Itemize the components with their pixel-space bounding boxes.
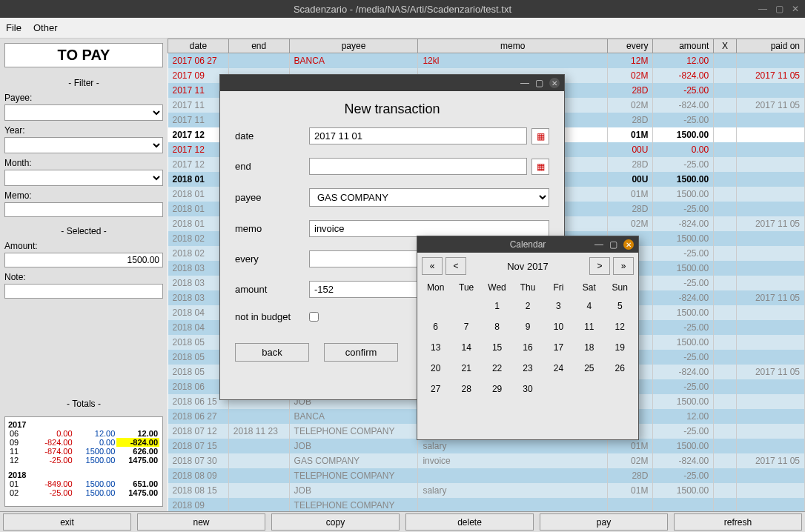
- new-button[interactable]: new: [137, 513, 265, 531]
- dialog-close-icon[interactable]: ✕: [549, 78, 560, 88]
- calendar-day[interactable]: 18: [574, 337, 604, 358]
- calendar-titlebar[interactable]: Calendar — ▢ ✕: [417, 236, 638, 253]
- calendar-day[interactable]: 5: [605, 296, 635, 316]
- calendar-dow: Thu: [512, 279, 543, 296]
- calendar-day[interactable]: 21: [451, 358, 481, 379]
- note-label: Note:: [4, 272, 163, 282]
- calendar-minimize-icon[interactable]: —: [594, 239, 603, 250]
- nt-end-label: end: [235, 161, 309, 172]
- calendar-day[interactable]: 3: [543, 296, 574, 316]
- calendar-day[interactable]: 24: [543, 358, 574, 379]
- dialog-maximize-icon[interactable]: ▢: [535, 78, 543, 88]
- calendar-dow: Sat: [574, 279, 604, 296]
- calendar-next-month-button[interactable]: >: [589, 257, 610, 275]
- dialog-minimize-icon[interactable]: —: [520, 78, 529, 88]
- header-every[interactable]: every: [608, 39, 653, 53]
- calendar-day[interactable]: 9: [512, 316, 543, 337]
- calendar-day[interactable]: 6: [420, 316, 451, 337]
- table-row[interactable]: 2018 07 30GAS COMPANYinvoice02M-824.0020…: [168, 453, 805, 468]
- calendar-day[interactable]: 19: [605, 337, 635, 358]
- calendar-grid: MonTueWedThuFriSatSun1234567891011121314…: [417, 279, 638, 399]
- dialog-title: New transaction: [220, 91, 564, 127]
- calendar-day[interactable]: 10: [543, 316, 574, 337]
- nt-date-input[interactable]: [309, 127, 527, 144]
- amount-label: Amount:: [4, 241, 163, 251]
- pay-button[interactable]: pay: [540, 513, 668, 531]
- calendar-icon[interactable]: ▦: [531, 128, 549, 144]
- table-row[interactable]: 2018 08 15JOBsalary01M1500.00: [168, 483, 805, 498]
- nt-every-label: every: [235, 253, 309, 265]
- calendar-day[interactable]: 25: [574, 358, 604, 379]
- menu-other[interactable]: Other: [33, 22, 58, 33]
- nt-memo-input[interactable]: [309, 220, 549, 237]
- confirm-button[interactable]: confirm: [324, 343, 398, 362]
- calendar-next-year-button[interactable]: »: [613, 257, 634, 275]
- note-input[interactable]: [4, 284, 163, 299]
- table-row[interactable]: 2017 06 27BANCA12kl12M12.00: [168, 53, 805, 68]
- delete-button[interactable]: delete: [405, 513, 534, 531]
- nt-end-input[interactable]: [309, 158, 527, 175]
- month-select[interactable]: [4, 170, 163, 186]
- calendar-day[interactable]: 28: [451, 379, 481, 399]
- calendar-day[interactable]: 2: [512, 296, 543, 316]
- year-select[interactable]: [4, 137, 163, 153]
- calendar-day[interactable]: 29: [482, 379, 512, 399]
- calendar-maximize-icon[interactable]: ▢: [609, 239, 617, 250]
- exit-button[interactable]: exit: [3, 513, 131, 531]
- calendar-day[interactable]: 7: [451, 316, 481, 337]
- table-row[interactable]: 2018 07 15JOBsalary01M1500.00: [168, 439, 805, 453]
- calendar-day[interactable]: 8: [482, 316, 512, 337]
- header-memo[interactable]: memo: [418, 39, 608, 53]
- calendar-day[interactable]: 12: [605, 316, 635, 337]
- calendar-day[interactable]: 16: [512, 337, 543, 358]
- calendar-prev-month-button[interactable]: <: [445, 257, 466, 275]
- calendar-day[interactable]: 20: [420, 358, 451, 379]
- header-paid[interactable]: paid on: [736, 39, 804, 53]
- calendar-day[interactable]: 13: [420, 337, 451, 358]
- calendar-day[interactable]: 1: [482, 296, 512, 316]
- table-row[interactable]: 2018 09TELEPHONE COMPANY: [168, 498, 805, 512]
- calendar-day[interactable]: 22: [482, 358, 512, 379]
- calendar-day[interactable]: 11: [574, 316, 604, 337]
- close-icon[interactable]: ✕: [790, 4, 801, 14]
- refresh-button[interactable]: refresh: [674, 513, 802, 531]
- copy-button[interactable]: copy: [271, 513, 400, 531]
- nt-nib-label: not in budget: [235, 311, 309, 322]
- calendar-day[interactable]: 4: [574, 296, 604, 316]
- calendar-day[interactable]: 30: [512, 379, 543, 399]
- calendar-prev-year-button[interactable]: «: [422, 257, 443, 275]
- header-amount[interactable]: amount: [653, 39, 714, 53]
- calendar-day: [543, 379, 574, 399]
- sidebar: TO PAY - Filter - Payee: Year: Month: Me…: [0, 39, 168, 511]
- menu-file[interactable]: File: [6, 22, 21, 33]
- nt-nib-checkbox[interactable]: [309, 312, 319, 322]
- sidebar-heading: TO PAY: [4, 43, 163, 67]
- nt-payee-label: payee: [235, 192, 309, 203]
- header-date[interactable]: date: [168, 39, 229, 53]
- header-end[interactable]: end: [228, 39, 289, 53]
- calendar-month-label: Nov 2017: [469, 261, 586, 272]
- header-payee[interactable]: payee: [289, 39, 418, 53]
- calendar-close-icon[interactable]: ✕: [623, 239, 634, 250]
- amount-input[interactable]: [4, 253, 163, 267]
- calendar-day[interactable]: 26: [605, 358, 635, 379]
- calendar-icon[interactable]: ▦: [531, 159, 549, 175]
- nt-payee-select[interactable]: GAS COMPANY: [309, 188, 549, 207]
- dialog-titlebar[interactable]: — ▢ ✕: [220, 75, 564, 91]
- payee-select[interactable]: [4, 104, 163, 121]
- calendar-day: [420, 296, 451, 316]
- calendar-day[interactable]: 14: [451, 337, 481, 358]
- calendar-dow: Fri: [543, 279, 574, 296]
- calendar-day[interactable]: 23: [512, 358, 543, 379]
- maximize-icon[interactable]: ▢: [774, 4, 784, 14]
- calendar-day[interactable]: 27: [420, 379, 451, 399]
- minimize-icon[interactable]: —: [758, 4, 768, 14]
- back-button[interactable]: back: [235, 343, 309, 362]
- calendar-day[interactable]: 17: [543, 337, 574, 358]
- table-row[interactable]: 2018 08 09TELEPHONE COMPANY28D-25.00: [168, 468, 805, 483]
- menubar: File Other: [0, 18, 805, 39]
- header-x[interactable]: X: [714, 39, 737, 53]
- memo-input[interactable]: [4, 202, 163, 217]
- filter-title: - Filter -: [4, 78, 163, 88]
- calendar-day[interactable]: 15: [482, 337, 512, 358]
